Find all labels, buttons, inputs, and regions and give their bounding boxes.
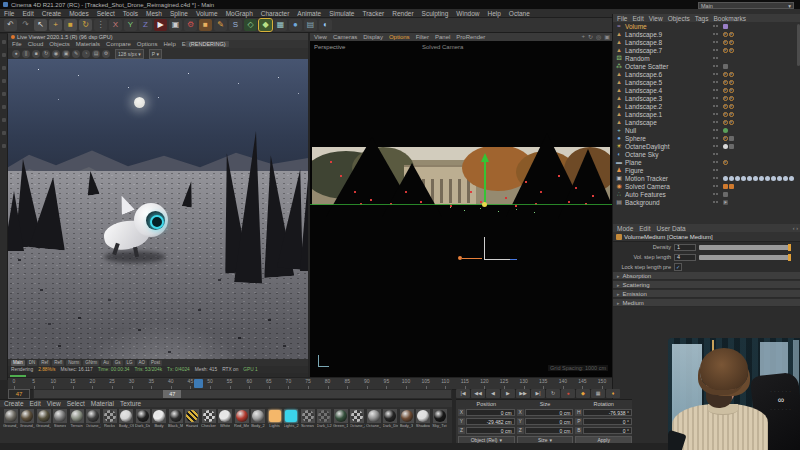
menu-animate[interactable]: Animate: [297, 10, 321, 17]
pass-tab-ao[interactable]: AO: [137, 360, 148, 366]
object-row[interactable]: ▲Landscape.4: [613, 86, 800, 94]
visibility-dots[interactable]: [713, 57, 718, 59]
transport-button-8[interactable]: ◆: [576, 389, 590, 398]
editor-dot[interactable]: [713, 89, 715, 91]
coord-value-field[interactable]: 0 cm: [525, 409, 574, 416]
tag-o[interactable]: [723, 184, 728, 189]
tag-g[interactable]: [729, 144, 734, 149]
visibility-dots[interactable]: [713, 25, 718, 27]
playhead[interactable]: [194, 379, 203, 388]
render-dot[interactable]: [716, 49, 718, 51]
tag-f[interactable]: [753, 176, 758, 181]
side-tool-icon[interactable]: [2, 66, 6, 70]
toolbar-icon-19[interactable]: ●: [289, 19, 302, 31]
editor-dot[interactable]: [713, 49, 715, 51]
tag-m[interactable]: [723, 136, 728, 141]
tag-f[interactable]: [789, 176, 794, 181]
material-thumbnail[interactable]: [136, 409, 150, 423]
object-row[interactable]: ◉Solved Camera: [613, 182, 800, 190]
render-preview-canvas[interactable]: [8, 59, 308, 359]
tag-m[interactable]: [723, 80, 728, 85]
material-item[interactable]: Dark_Dirt: [383, 409, 398, 428]
menu-spline[interactable]: Spline: [170, 10, 188, 17]
material-thumbnail[interactable]: [284, 409, 298, 423]
tag-g[interactable]: [723, 64, 728, 69]
slider-knob[interactable]: [788, 244, 791, 251]
material-item[interactable]: Body_2: [251, 409, 266, 428]
param-value-field[interactable]: 1: [674, 244, 696, 251]
layout-dropdown[interactable]: Main ▾: [698, 2, 794, 9]
visibility-dots[interactable]: [713, 153, 718, 155]
param-slider[interactable]: [699, 245, 791, 250]
editor-dot[interactable]: [713, 25, 715, 27]
tag-m[interactable]: [723, 32, 728, 37]
toolbar-icon-17[interactable]: ◆: [259, 19, 272, 31]
object-row[interactable]: ☀OctaneDaylight: [613, 142, 800, 150]
vp-menu-filter[interactable]: Filter: [416, 34, 429, 40]
tag-g[interactable]: [729, 136, 734, 141]
material-item[interactable]: Body_3: [399, 409, 414, 428]
section-scattering[interactable]: ▸Scattering: [613, 281, 800, 289]
lv-tool-5[interactable]: ▣: [62, 50, 70, 58]
vp-menu-view[interactable]: View: [314, 34, 327, 40]
toolbar-icon-1[interactable]: ↷: [19, 19, 32, 31]
editor-dot[interactable]: [713, 161, 715, 163]
lv-tool-8[interactable]: ▤: [92, 50, 100, 58]
visibility-dots[interactable]: [713, 185, 718, 187]
lv-tool-7[interactable]: ◔: [82, 50, 90, 58]
material-item[interactable]: Green_1: [333, 409, 348, 428]
am-menu-mode[interactable]: Mode: [617, 225, 633, 232]
object-row[interactable]: +Null: [613, 126, 800, 134]
transport-button-3[interactable]: ▶: [501, 389, 515, 398]
render-dot[interactable]: [716, 113, 718, 115]
object-row[interactable]: ▤BackgroundF: [613, 198, 800, 206]
tag-m[interactable]: [729, 72, 734, 77]
render-dot[interactable]: [716, 41, 718, 43]
lv-tool-9[interactable]: ⚙: [102, 50, 110, 58]
object-row[interactable]: ◐Octane Sky: [613, 150, 800, 158]
tag-m[interactable]: [723, 112, 728, 117]
tag-g[interactable]: [723, 192, 728, 197]
transport-button-5[interactable]: ▶|: [531, 389, 545, 398]
toolbar-icon-3[interactable]: +: [49, 19, 62, 31]
visibility-dots[interactable]: [713, 177, 718, 179]
mat-menu-select[interactable]: Select: [67, 400, 85, 407]
visibility-dots[interactable]: [713, 161, 718, 163]
slider-knob[interactable]: [788, 254, 791, 261]
material-item[interactable]: Octane_1: [86, 409, 101, 428]
editor-dot[interactable]: [713, 177, 715, 179]
visibility-dots[interactable]: [713, 65, 718, 67]
vp-nav-icon-0[interactable]: +: [582, 33, 586, 40]
visibility-dots[interactable]: [713, 121, 718, 123]
pass-tab-au[interactable]: Au: [101, 360, 111, 366]
lv-tool-2[interactable]: ■: [32, 50, 40, 58]
vp-menu-options[interactable]: Options: [389, 34, 410, 40]
render-dot[interactable]: [716, 177, 718, 179]
object-row[interactable]: ▲Landscape.7: [613, 46, 800, 54]
object-row[interactable]: ♟Figure: [613, 166, 800, 174]
visibility-dots[interactable]: [713, 193, 718, 195]
toolbar-icon-11[interactable]: ▣: [169, 19, 182, 31]
vp-nav-icon-2[interactable]: ◎: [596, 33, 601, 40]
material-item[interactable]: Body_Old: [119, 409, 134, 428]
object-row[interactable]: ▲Landscape.2: [613, 102, 800, 110]
tag-f[interactable]: [723, 176, 728, 181]
pass-tab-post[interactable]: Post: [149, 360, 162, 366]
transport-button-0[interactable]: |◀: [456, 389, 470, 398]
toolbar-icon-14[interactable]: ✎: [214, 19, 227, 31]
toolbar-icon-6[interactable]: ⋮: [94, 19, 107, 31]
menu-modes[interactable]: Modes: [69, 10, 89, 17]
toolbar-icon-12[interactable]: ⚙: [184, 19, 197, 31]
editor-dot[interactable]: [713, 153, 715, 155]
tag-m[interactable]: [723, 160, 728, 165]
material-item[interactable]: Octane_2: [350, 409, 365, 428]
transport-button-2[interactable]: ◀: [486, 389, 500, 398]
material-item[interactable]: Shadow: [416, 409, 431, 428]
menu-file[interactable]: File: [4, 10, 14, 17]
lv-menu-file[interactable]: File: [12, 41, 22, 47]
editor-dot[interactable]: [713, 169, 715, 171]
editor-dot[interactable]: [713, 193, 715, 195]
lv-tool-3[interactable]: ↻: [42, 50, 50, 58]
material-thumbnail[interactable]: [202, 409, 216, 423]
object-row[interactable]: ▲Landscape.8: [613, 38, 800, 46]
